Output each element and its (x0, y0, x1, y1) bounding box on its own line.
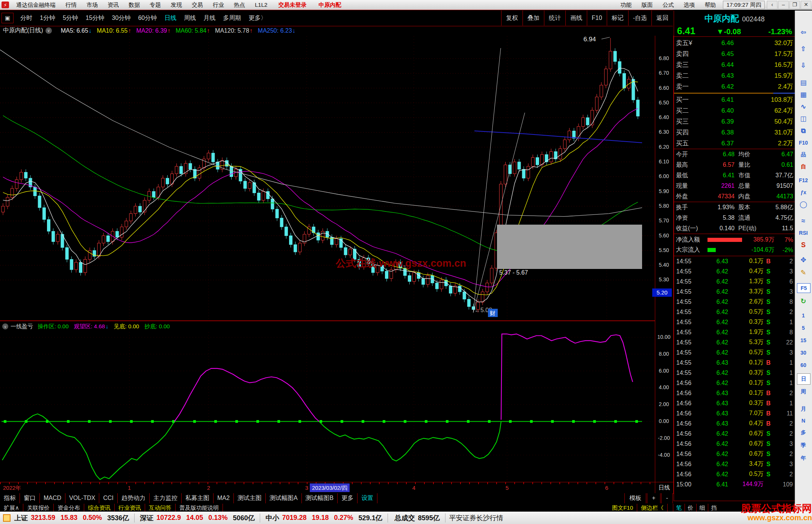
tab-VOL-TDX[interactable]: VOL-TDX (65, 493, 99, 503)
tick-row[interactable]: 15:006.41144.9万109 (674, 479, 795, 489)
menu-item-交易[interactable]: 交易 (187, 2, 208, 9)
f12-trade-button[interactable]: F12 (797, 175, 810, 186)
tick-row[interactable]: 14:556.422.6万S8 (674, 297, 795, 307)
period-60min-button[interactable]: 60 (797, 360, 810, 370)
trend-line-icon[interactable]: ∿ (797, 101, 810, 112)
tick-row[interactable]: 14:556.430.1万B1 (674, 358, 795, 368)
tick-row[interactable]: 14:566.420.6万S2 (674, 429, 795, 439)
order-book-row[interactable]: 卖三6.4416.5万 (674, 59, 795, 70)
period-多周期[interactable]: 多周期 (219, 14, 245, 22)
tick-row[interactable]: 14:556.430.1万B2 (674, 256, 795, 266)
index-quote-上证[interactable]: 上证3213.5915.830.50%3536亿 (14, 513, 140, 522)
tick-row[interactable]: 14:556.420.3万S1 (674, 317, 795, 327)
tick-row[interactable]: 14:566.430.1万B2 (674, 388, 795, 398)
order-book-row[interactable]: 买一6.41103.8万 (674, 94, 795, 105)
page-up-icon[interactable]: ⇧ (797, 44, 810, 54)
minimize-button[interactable]: – (778, 1, 789, 9)
info-行业资讯[interactable]: 行业资讯 (115, 504, 145, 512)
period-1min-button[interactable]: 1 (797, 310, 810, 321)
order-book-row[interactable]: 卖一6.422.4万 (674, 81, 795, 92)
tick-row[interactable]: 14:556.420.3万S1 (674, 368, 795, 378)
menu-item-热点[interactable]: 热点 (229, 2, 250, 9)
kline-icon[interactable]: ◫ (797, 113, 810, 124)
order-book-row[interactable]: 买三6.3950.4万 (674, 116, 795, 127)
menu-item-发现[interactable]: 发现 (166, 2, 187, 9)
detail-tab-价[interactable]: 价 (685, 504, 696, 512)
period-year-button[interactable]: 年 (797, 453, 810, 464)
order-book-row[interactable]: 买二6.4062.4万 (674, 105, 795, 116)
period-5分钟[interactable]: 5分钟 (59, 14, 82, 22)
reload-icon[interactable]: ↻ (797, 296, 810, 307)
period-60分钟[interactable]: 60分钟 (134, 14, 161, 22)
tick-row[interactable]: 14:566.420.1万S1 (674, 378, 795, 388)
tick-list[interactable]: 14:556.430.1万B214:556.420.4万S314:556.421… (674, 256, 795, 489)
toolbar-统计-button[interactable]: 统计 (544, 11, 565, 26)
circle-icon[interactable]: ◯ (797, 199, 810, 210)
menu-item-专题[interactable]: 专题 (145, 2, 166, 9)
wave-indicator-icon[interactable]: ≈ (797, 216, 810, 226)
remove-panel-button[interactable]: - (661, 493, 673, 503)
period-30min-button[interactable]: 30 (797, 347, 810, 358)
chevron-down-icon[interactable]: ∨ (45, 27, 52, 34)
menu-item-资讯[interactable]: 资讯 (103, 2, 124, 9)
indicator-name[interactable]: 一线盈亏 (11, 323, 33, 330)
market-status-icon[interactable] (3, 514, 11, 522)
tick-row[interactable]: 14:556.421.3万S6 (674, 276, 795, 287)
menu-item-L1L2[interactable]: L1L2 (250, 2, 272, 9)
menu-item-通达信金融终端[interactable]: 通达信金融终端 (11, 2, 61, 9)
stock-name[interactable]: 中原内配 (704, 13, 739, 24)
order-book-row[interactable]: 卖五¥6.4632.0万 (674, 38, 795, 48)
info-扩展∧[interactable]: 扩展∧ (0, 504, 23, 512)
tab-趋势动力[interactable]: 趋势动力 (118, 493, 150, 503)
super-short-icon[interactable]: S (797, 240, 810, 250)
info-资金分布[interactable]: 资金分布 (54, 504, 84, 512)
rsi-button[interactable]: RSI (797, 228, 810, 238)
period-n-button[interactable]: N (797, 415, 810, 426)
info-图文F10[interactable]: 图文F10 (608, 504, 637, 512)
tick-row[interactable]: 14:566.430.4万B2 (674, 418, 795, 429)
menu-item-公式[interactable]: 公式 (657, 2, 679, 9)
layout-grid-icon[interactable]: ▣ (2, 13, 14, 23)
tick-row[interactable]: 14:566.423.4万S3 (674, 459, 795, 469)
block-diagram-icon[interactable]: 品 (797, 149, 810, 160)
period-日线[interactable]: 日线 (161, 14, 180, 22)
tab-测试幅图B[interactable]: 测试幅图B (302, 493, 338, 503)
menu-item-选项[interactable]: 选项 (679, 2, 700, 9)
move-tool-icon[interactable]: ✥ (797, 255, 810, 265)
period-multi-button[interactable]: 多 (797, 427, 810, 438)
tick-row[interactable]: 14:556.421.9万S8 (674, 327, 795, 337)
index-quote-中小[interactable]: 中小7019.2819.180.27%529.1亿 (265, 513, 393, 522)
period-更多〉[interactable]: 更多〉 (245, 14, 270, 22)
tab-CCI[interactable]: CCI (99, 493, 118, 503)
period-15分钟[interactable]: 15分钟 (82, 14, 108, 22)
chevron-down-icon[interactable]: ∨ (2, 323, 8, 329)
report-icon[interactable]: ▤ (797, 77, 810, 88)
tick-row[interactable]: 14:556.420.5万S2 (674, 307, 795, 317)
order-book-row[interactable]: 买五6.372.2万 (674, 138, 795, 149)
f5-refresh-button[interactable]: F5 (797, 283, 810, 293)
tick-row[interactable]: 14:556.425.3万S22 (674, 337, 795, 347)
tab-窗口[interactable]: 窗口 (20, 493, 40, 503)
period-week-button[interactable]: 周 (797, 387, 810, 397)
period-day-button[interactable]: 日 (797, 373, 810, 385)
menu-item-功能[interactable]: 功能 (615, 2, 636, 9)
order-book-row[interactable]: 卖二6.4315.9万 (674, 70, 795, 81)
tick-row[interactable]: 14:556.420.5万S3 (674, 347, 795, 358)
tab-测试主图[interactable]: 测试主图 (234, 493, 266, 503)
menu-item-帮助[interactable]: 帮助 (700, 2, 721, 9)
quote-grid-icon[interactable]: ▦ (797, 89, 810, 100)
toolbar-标记-button[interactable]: 标记 (607, 11, 628, 26)
toolbar-叠加-button[interactable]: 叠加 (523, 11, 544, 26)
period-分时[interactable]: 分时 (17, 14, 36, 22)
toolbar-返回-button[interactable]: 返回 (651, 11, 673, 26)
formula-icon[interactable]: ƒx (797, 187, 810, 198)
menu-item-行情[interactable]: 行情 (61, 2, 82, 9)
menu-item-行业[interactable]: 行业 (208, 2, 229, 9)
info-关联报价[interactable]: 关联报价 (23, 504, 54, 512)
main-candlestick-chart[interactable]: 6.94←5.085.37 - 5.67财◇ ⧉公式在线 www.gszx.co… (0, 36, 655, 321)
add-panel-button[interactable]: + (647, 493, 660, 503)
restore-button[interactable]: ❐ (789, 1, 800, 9)
tab-测试幅图A[interactable]: 测试幅图A (266, 493, 302, 503)
period-quarter-button[interactable]: 季 (797, 440, 810, 451)
edit-pencil-icon[interactable]: ✎ (797, 267, 810, 278)
